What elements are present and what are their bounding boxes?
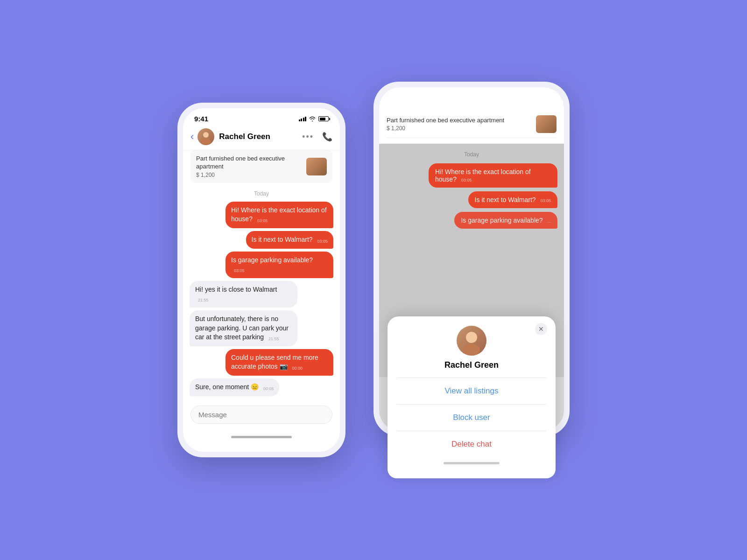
message-row: Could u please send me more accurate pho… bbox=[190, 349, 333, 376]
right-messages-area: Today Hi! Where is the exact location of… bbox=[379, 144, 564, 237]
back-button[interactable]: ‹ bbox=[190, 131, 194, 143]
listing-price: $ 1,200 bbox=[196, 172, 302, 178]
modal-contact-name: Rachel Green bbox=[388, 360, 556, 370]
date-divider: Today bbox=[190, 190, 333, 197]
right-bubble: Hi! Where is the exact location of house… bbox=[429, 163, 557, 188]
delete-chat-button[interactable]: Delete chat bbox=[388, 431, 556, 457]
message-row: Sure, one moment 😑 00:05 bbox=[190, 378, 333, 396]
message-row: Is it next to Walmart? 03:05 bbox=[190, 231, 333, 249]
right-listing-thumbnail bbox=[536, 115, 557, 133]
header-actions: ••• 📞 bbox=[302, 132, 332, 142]
right-listing-title: Part furnished one bed executive apartme… bbox=[387, 117, 531, 125]
message-input-bar bbox=[183, 402, 340, 433]
chat-header: ‹ Rachel Green ••• 📞 bbox=[183, 125, 340, 150]
status-time: 9:41 bbox=[194, 115, 208, 123]
modal-home-indicator bbox=[444, 462, 500, 464]
bubble-received: But unfortunately, there is no garage pa… bbox=[190, 310, 297, 346]
msg-time: 03:05 bbox=[317, 239, 328, 244]
msg-time: 00:00 bbox=[292, 366, 303, 371]
right-bubble: Is it next to Walmart? 03:05 bbox=[468, 191, 557, 208]
message-row: But unfortunately, there is no garage pa… bbox=[190, 310, 333, 346]
msg-time: 00:05 bbox=[263, 386, 274, 391]
home-indicator bbox=[231, 436, 292, 438]
msg-text: Sure, one moment 😑 bbox=[195, 383, 259, 391]
wifi-icon bbox=[309, 116, 316, 122]
bubble-received: Sure, one moment 😑 00:05 bbox=[190, 378, 279, 396]
right-bubble: Is garage parking available? ... bbox=[454, 212, 557, 229]
status-bar: 9:41 bbox=[183, 108, 340, 125]
left-phone: 9:41 bbox=[177, 103, 345, 457]
svg-point-3 bbox=[463, 344, 480, 356]
contact-modal: ✕ Rachel Green View all listings Block u… bbox=[388, 316, 556, 478]
msg-text: Could u please send me more accurate pho… bbox=[231, 354, 318, 371]
modal-avatar-image bbox=[457, 326, 486, 356]
bubble-sent: Hi! Where is the exact location of house… bbox=[226, 202, 333, 228]
msg-text: Hi! Where is the exact location of house… bbox=[231, 206, 327, 223]
bubble-received: Hi! yes it is close to Walmart 21:55 bbox=[190, 281, 297, 308]
listing-card[interactable]: Part furnished one bed executive apartme… bbox=[190, 150, 332, 183]
right-listing-price: $ 1,200 bbox=[387, 125, 531, 132]
listing-thumbnail bbox=[306, 158, 327, 175]
svg-point-0 bbox=[203, 132, 209, 138]
contact-name: Rachel Green bbox=[219, 132, 302, 141]
msg-time: 21:55 bbox=[268, 336, 279, 341]
svg-point-1 bbox=[201, 138, 211, 145]
battery-icon bbox=[318, 116, 329, 121]
bubble-sent: Is garage parking available? 03:05 bbox=[226, 252, 333, 278]
message-row: Is garage parking available? 03:05 bbox=[190, 252, 333, 278]
scene: 9:41 bbox=[0, 0, 747, 560]
block-user-button[interactable]: Block user bbox=[388, 405, 556, 431]
modal-avatar bbox=[388, 326, 556, 356]
bubble-sent: Could u please send me more accurate pho… bbox=[226, 349, 333, 376]
msg-time: 21:55 bbox=[198, 298, 209, 302]
bubble-sent: Is it next to Walmart? 03:05 bbox=[246, 231, 333, 249]
message-row: Hi! Where is the exact location of house… bbox=[190, 202, 333, 228]
msg-time: 03:05 bbox=[234, 268, 245, 273]
view-listings-button[interactable]: View all listings bbox=[388, 378, 556, 404]
more-options-icon[interactable]: ••• bbox=[302, 132, 314, 142]
right-phone-wrapper: Part furnished one bed executive apartme… bbox=[374, 82, 570, 478]
listing-title: Part furnished one bed executive apartme… bbox=[196, 155, 302, 171]
right-date-divider: Today bbox=[386, 151, 557, 158]
msg-text: Is garage parking available? bbox=[231, 256, 313, 264]
modal-close-button[interactable]: ✕ bbox=[535, 323, 547, 335]
avatar bbox=[197, 128, 214, 145]
signal-icon bbox=[299, 117, 307, 121]
message-row: Hi! yes it is close to Walmart 21:55 bbox=[190, 281, 333, 308]
listing-info: Part furnished one bed executive apartme… bbox=[196, 155, 302, 178]
msg-text: Is it next to Walmart? bbox=[252, 236, 313, 243]
status-icons bbox=[299, 116, 329, 122]
msg-time: 03:05 bbox=[257, 218, 268, 223]
call-icon[interactable]: 📞 bbox=[322, 132, 332, 142]
messages-area: Today Hi! Where is the exact location of… bbox=[183, 183, 340, 402]
message-input[interactable] bbox=[190, 406, 332, 424]
msg-text: Hi! yes it is close to Walmart bbox=[195, 286, 277, 293]
svg-point-2 bbox=[466, 332, 477, 343]
